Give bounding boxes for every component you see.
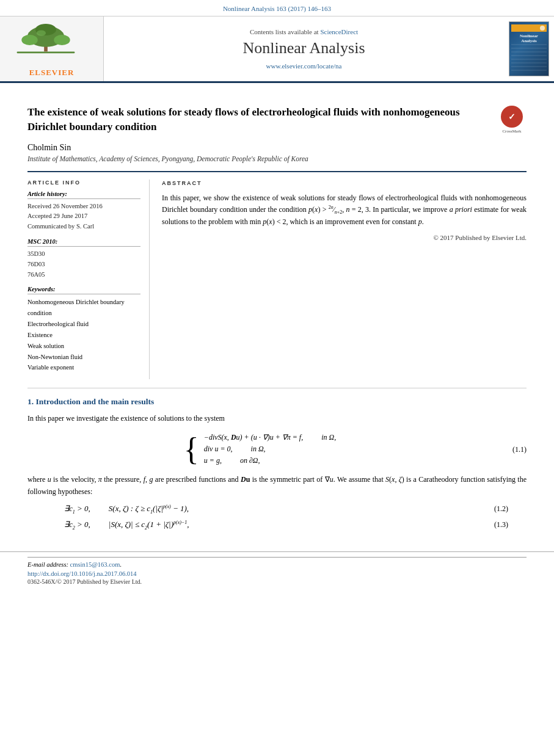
eq-line-3: u = g, on ∂Ω,: [204, 456, 370, 465]
section-divider: [27, 388, 527, 388]
msc-block: MSC 2010: 35D30 76D03 76A05: [27, 238, 140, 280]
footer-divider: [27, 557, 527, 558]
cover-title-text: Nonlinear Analysis: [520, 34, 538, 44]
cover-image-box: Nonlinear Analysis: [509, 21, 549, 76]
crossmark-label: CrossMark: [502, 129, 521, 134]
eq-1-2-exists: ∃c1 > 0,: [64, 504, 90, 515]
big-brace-icon: {: [184, 434, 199, 465]
article-info-abstract-section: ARTICLE INFO Article history: Received 2…: [27, 171, 527, 380]
received-date: Received 26 November 2016: [27, 202, 140, 212]
author-name: Cholmin Sin: [27, 143, 527, 153]
eq-condition-3: on ∂Ω,: [240, 456, 289, 465]
footer-area: E-mail address: cmsin15@163.com. http://…: [0, 551, 554, 591]
keyword-3: Existence: [27, 330, 140, 341]
equation-1-1: { −divS(x, Du) + (u · ∇)u + ∇π = f, in Ω…: [27, 433, 527, 465]
crossmark-svg: ✓: [505, 110, 519, 123]
msc-code-1: 35D30: [27, 249, 140, 260]
page-wrapper: Nonlinear Analysis 163 (2017) 146–163: [0, 0, 554, 756]
footer-doi: http://dx.doi.org/10.1016/j.na.2017.06.0…: [27, 570, 527, 577]
eq-1-3-exists: ∃c2 > 0,: [64, 520, 90, 531]
msc-code-2: 76D03: [27, 260, 140, 270]
keyword-6: Variable exponent: [27, 362, 140, 373]
keyword-4: Weak solution: [27, 341, 140, 352]
eq-line-1: −divS(x, Du) + (u · ∇)u + ∇π = f, in Ω,: [204, 433, 370, 442]
footer-email: E-mail address: cmsin15@163.com.: [27, 561, 527, 568]
svg-point-7: [540, 26, 545, 31]
keyword-5: Non-Newtonian fluid: [27, 352, 140, 363]
keywords-list: Nonhomogeneous Dirichlet boundary condit…: [27, 297, 140, 373]
cover-logo-icon: [539, 25, 545, 31]
accepted-date: Accepted 29 June 2017: [27, 211, 140, 222]
eq-ref-1-2: (1.2): [494, 504, 508, 514]
science-direct-link[interactable]: ScienceDirect: [320, 28, 358, 35]
elsevier-wordmark: ELSEVIER: [29, 68, 75, 78]
journal-title: Nonlinear Analysis: [242, 39, 365, 57]
eq-1-2-left: ∃c1 > 0, S(x, ζ) : ζ ≥ c1(|ζ|p(x) − 1),: [64, 504, 189, 515]
cover-wavy-pattern: [511, 44, 547, 73]
msc-title: MSC 2010:: [27, 238, 140, 247]
eq-1-3-left: ∃c2 > 0, |S(x, ζ)| ≤ c2(1 + |ζ|)p(x)−1,: [64, 520, 189, 531]
abstract-column: ABSTRACT In this paper, we show the exis…: [162, 180, 527, 380]
footer-copyright: 0362-546X/© 2017 Published by Elsevier L…: [27, 578, 527, 585]
eq-condition-1: in Ω,: [321, 433, 370, 442]
crossmark-badge: ✓ CrossMark: [497, 105, 527, 134]
keyword-1: Nonhomogeneous Dirichlet boundary condit…: [27, 297, 140, 319]
email-label: E-mail address:: [27, 561, 68, 568]
doi-link[interactable]: http://dx.doi.org/10.1016/j.na.2017.06.0…: [27, 570, 137, 577]
svg-rect-0: [16, 51, 75, 53]
eq-lines: −divS(x, Du) + (u · ∇)u + ∇π = f, in Ω, …: [204, 433, 370, 465]
elsevier-logo-box: [9, 24, 95, 67]
intro-body-1: In this paper we investigate the existen…: [27, 413, 527, 424]
abstract-label: ABSTRACT: [162, 180, 527, 188]
svg-text:✓: ✓: [508, 112, 516, 122]
elsevier-tree-icon: [9, 24, 82, 56]
eq-number-1-1: (1.1): [512, 445, 527, 454]
eq-1-2-formula: S(x, ζ) : ζ ≥ c1(|ζ|p(x) − 1),: [109, 504, 189, 515]
paper-title: The existence of weak solutions for stea…: [27, 105, 527, 134]
intro-body-2: where u is the velocity, π the pressure,…: [27, 474, 527, 497]
main-content: The existence of weak solutions for stea…: [0, 83, 554, 548]
article-info-label: ARTICLE INFO: [27, 180, 140, 186]
history-title: Article history:: [27, 191, 140, 199]
msc-code-3: 76A05: [27, 270, 140, 280]
eq-system: { −divS(x, Du) + (u · ∇)u + ∇π = f, in Ω…: [184, 433, 370, 465]
publisher-logo: ELSEVIER: [0, 16, 104, 81]
eq-1-3-formula: |S(x, ζ)| ≤ c2(1 + |ζ|)p(x)−1,: [109, 520, 189, 531]
abstract-text: In this paper, we show the existence of …: [162, 192, 527, 228]
article-info-column: ARTICLE INFO Article history: Received 2…: [27, 180, 150, 380]
svg-point-6: [36, 30, 45, 35]
header-center: Contents lists available at ScienceDirec…: [104, 16, 504, 81]
citation-bar: Nonlinear Analysis 163 (2017) 146–163: [0, 0, 554, 16]
intro-heading: 1. Introduction and the main results: [27, 397, 527, 407]
citation-text: Nonlinear Analysis 163 (2017) 146–163: [223, 5, 331, 12]
equation-1-2: ∃c1 > 0, S(x, ζ) : ζ ≥ c1(|ζ|p(x) − 1), …: [27, 504, 527, 515]
email-link[interactable]: cmsin15@163.com: [70, 561, 120, 568]
header-area: ELSEVIER Contents lists available at Sci…: [0, 16, 554, 83]
svg-point-4: [21, 35, 37, 45]
eq-condition-2: in Ω,: [251, 445, 300, 454]
abstract-copyright: © 2017 Published by Elsevier Ltd.: [162, 233, 527, 243]
journal-url: www.elsevier.com/locate/na: [266, 62, 342, 70]
svg-point-5: [54, 35, 70, 45]
history-block: Article history: Received 26 November 20…: [27, 191, 140, 232]
communicated-by: Communicated by S. Carl: [27, 222, 140, 232]
keywords-block: Keywords: Nonhomogeneous Dirichlet bound…: [27, 286, 140, 373]
title-area: The existence of weak solutions for stea…: [27, 105, 527, 134]
crossmark-icon: ✓: [501, 106, 523, 128]
author-affiliation: Institute of Mathematics, Academy of Sci…: [27, 155, 527, 162]
journal-cover: Nonlinear Analysis: [504, 16, 554, 81]
keywords-title: Keywords:: [27, 286, 140, 294]
keyword-2: Electrorheological fluid: [27, 319, 140, 330]
equation-1-3: ∃c2 > 0, |S(x, ζ)| ≤ c2(1 + |ζ|)p(x)−1, …: [27, 520, 527, 531]
eq-ref-1-3: (1.3): [494, 520, 508, 529]
cover-top-bar: [511, 24, 547, 32]
contents-available-text: Contents lists available at ScienceDirec…: [250, 28, 358, 35]
eq-line-2: div u = 0, in Ω,: [204, 445, 370, 454]
